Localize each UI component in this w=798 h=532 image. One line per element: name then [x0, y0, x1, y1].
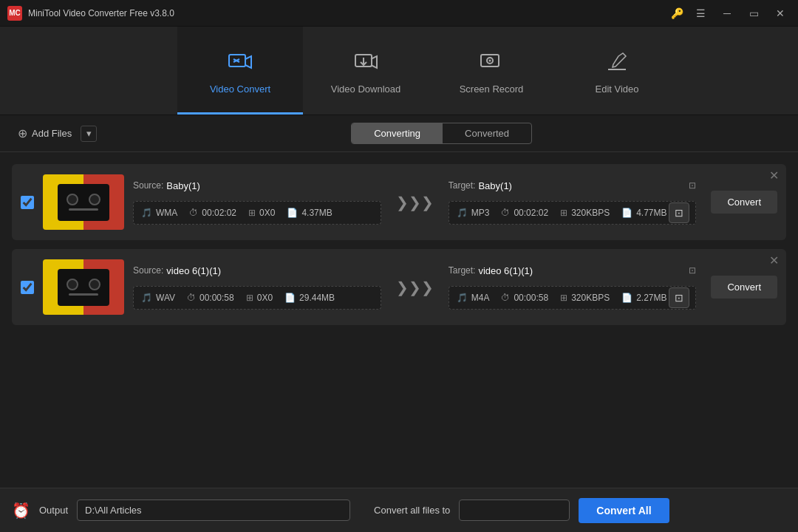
source-resolution-value: 0X0 — [257, 293, 273, 303]
app-title: MiniTool Video Converter Free v3.8.0 — [28, 8, 669, 18]
source-size: 📄 4.37MB — [287, 208, 332, 218]
output-path-select[interactable]: D:\All Articles — [77, 499, 350, 521]
maximize-button[interactable]: ▭ — [743, 6, 764, 21]
output-label: Output — [39, 505, 68, 516]
menu-button[interactable]: ☰ — [690, 6, 711, 21]
nav-screen-record[interactable]: Screen Record — [429, 27, 554, 115]
nav-edit-video[interactable]: Edit Video — [554, 27, 680, 115]
source-name: video 6(1)(1) — [166, 265, 221, 276]
convert-all-button[interactable]: Convert All — [579, 498, 669, 523]
target-size-value: 2.27MB — [636, 293, 666, 303]
tab-group: Converting Converted — [351, 123, 532, 144]
target-resize-button[interactable]: ⊡ — [669, 287, 689, 308]
convert-all-files-to-label: Convert all files to — [374, 505, 450, 516]
output-clock-icon: ⏰ — [12, 502, 30, 519]
convert-button[interactable]: Convert — [711, 276, 777, 299]
svg-point-7 — [489, 60, 491, 62]
target-bitrate: ⊞ 320KBPS — [560, 293, 610, 303]
target-bitrate-value: 320KBPS — [571, 293, 610, 303]
card-close-button[interactable]: ✕ — [769, 255, 779, 267]
add-files-label: Add Files — [32, 128, 72, 139]
source-resolution-value: 0X0 — [259, 208, 275, 218]
source-format-value: WAV — [156, 293, 175, 303]
card-close-button[interactable]: ✕ — [769, 170, 779, 182]
file-thumbnail — [43, 174, 124, 230]
target-bitrate-icon: ⊞ — [560, 293, 567, 303]
nav-video-convert-label: Video Convert — [210, 83, 270, 95]
file-target-info: Target: Baby(1) ⊡ 🎵 MP3 ⏱ 00:02:02 ⊞ 320… — [449, 180, 697, 225]
file-checkbox[interactable] — [21, 196, 34, 209]
target-format-value: M4A — [471, 293, 490, 303]
convert-arrow: ❯❯❯ — [390, 279, 440, 296]
target-size-icon: 📄 — [621, 293, 632, 303]
target-format: 🎵 M4A — [457, 293, 490, 303]
toolbar: ⊕ Add Files ▾ Converting Converted — [0, 115, 798, 152]
add-files-dropdown-arrow[interactable]: ▾ — [81, 126, 97, 142]
target-resize-button[interactable]: ⊡ — [669, 202, 689, 223]
window-controls: 🔑 ☰ ─ ▭ ✕ — [669, 6, 791, 21]
key-icon[interactable]: 🔑 — [669, 6, 684, 21]
duration-icon: ⏱ — [189, 208, 198, 218]
target-meta: 🎵 MP3 ⏱ 00:02:02 ⊞ 320KBPS 📄 4.77MB ⊡ — [449, 201, 697, 225]
target-duration-icon: ⏱ — [501, 293, 510, 303]
nav-bar: Video Convert Video Download Screen Reco… — [0, 27, 798, 115]
source-size-value: 4.37MB — [301, 208, 332, 218]
target-size-icon: 📄 — [621, 208, 632, 218]
tab-converting[interactable]: Converting — [352, 123, 443, 143]
nav-video-download-label: Video Download — [331, 83, 400, 95]
app-logo: MC — [7, 6, 22, 21]
file-checkbox[interactable] — [21, 281, 34, 294]
file-card: ✕ Source: video 6(1)(1) — [12, 249, 786, 325]
edit-video-icon — [605, 52, 629, 78]
file-source-info: Source: video 6(1)(1) 🎵 WAV ⏱ 00:00:58 ⊞… — [133, 265, 381, 310]
target-meta: 🎵 M4A ⏱ 00:00:58 ⊞ 320KBPS 📄 2.27MB ⊡ — [449, 286, 697, 310]
target-duration: ⏱ 00:00:58 — [501, 293, 548, 303]
target-format-value: MP3 — [471, 208, 490, 218]
nav-video-download[interactable]: Video Download — [303, 27, 429, 115]
tab-converted[interactable]: Converted — [443, 123, 531, 143]
target-name: Baby(1) — [478, 180, 512, 191]
target-name: video 6(1)(1) — [478, 265, 533, 276]
target-bitrate: ⊞ 320KBPS — [560, 208, 610, 218]
convert-all-format-selector[interactable] — [459, 499, 570, 521]
source-label: Source: — [133, 180, 163, 191]
convert-all-format-select[interactable] — [459, 499, 570, 521]
target-edit-button[interactable]: ⊡ — [689, 265, 696, 276]
source-size: 📄 29.44MB — [284, 293, 335, 303]
target-edit-button[interactable]: ⊡ — [689, 180, 696, 191]
convert-arrow: ❯❯❯ — [390, 194, 440, 211]
file-target-info: Target: video 6(1)(1) ⊡ 🎵 M4A ⏱ 00:00:58… — [449, 265, 697, 310]
output-path-selector[interactable]: D:\All Articles — [77, 499, 350, 521]
titlebar: MC MiniTool Video Converter Free v3.8.0 … — [0, 0, 798, 27]
source-duration-value: 00:02:02 — [202, 208, 236, 218]
target-duration-value: 00:02:02 — [514, 208, 548, 218]
close-button[interactable]: ✕ — [770, 6, 791, 21]
source-format: 🎵 WAV — [141, 293, 175, 303]
file-source-info: Source: Baby(1) 🎵 WMA ⏱ 00:02:02 ⊞ 0X0 📄 — [133, 180, 381, 225]
target-format: 🎵 MP3 — [457, 208, 490, 218]
target-size: 📄 4.77MB — [621, 208, 666, 218]
file-thumbnail — [43, 259, 124, 315]
convert-button[interactable]: Convert — [711, 191, 777, 214]
nav-video-convert[interactable]: Video Convert — [177, 27, 303, 115]
target-bitrate-icon: ⊞ — [560, 208, 567, 218]
minimize-button[interactable]: ─ — [717, 6, 737, 21]
nav-screen-record-label: Screen Record — [460, 83, 524, 95]
target-duration: ⏱ 00:02:02 — [501, 208, 548, 218]
file-card: ✕ Source: Baby(1) — [12, 164, 786, 240]
video-download-icon — [354, 52, 378, 78]
source-meta: 🎵 WAV ⏱ 00:00:58 ⊞ 0X0 📄 29.44MB — [133, 286, 381, 310]
size-icon: 📄 — [284, 293, 296, 303]
target-duration-icon: ⏱ — [501, 208, 510, 218]
source-format: 🎵 WMA — [141, 208, 177, 218]
format-icon: 🎵 — [141, 208, 152, 218]
add-files-button[interactable]: ⊕ Add Files — [12, 123, 78, 143]
target-duration-value: 00:00:58 — [514, 293, 548, 303]
screen-record-icon — [480, 52, 503, 78]
source-size-value: 29.44MB — [299, 293, 335, 303]
source-resolution: ⊞ 0X0 — [246, 293, 273, 303]
content-area: ✕ Source: Baby(1) — [0, 152, 798, 486]
resolution-icon: ⊞ — [248, 208, 256, 218]
target-label: Target: — [449, 265, 476, 276]
target-format-icon: 🎵 — [457, 293, 468, 303]
